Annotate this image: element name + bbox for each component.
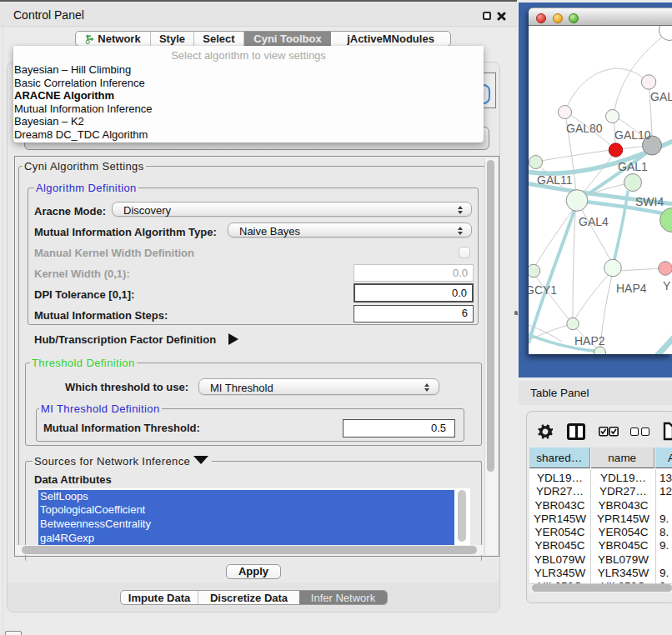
svg-text:GAL4: GAL4	[579, 215, 609, 228]
svg-text:GAL11: GAL11	[537, 173, 573, 187]
svg-text:Y: Y	[663, 279, 671, 292]
svg-text:GAL80: GAL80	[566, 122, 603, 135]
svg-text:HAP2: HAP2	[574, 334, 605, 348]
svg-text:GAL10: GAL10	[614, 128, 651, 142]
svg-text:GAL: GAL	[650, 90, 672, 103]
svg-text:GCY1: GCY1	[529, 283, 557, 297]
svg-text:SWI4: SWI4	[635, 195, 664, 208]
svg-text:GAL1: GAL1	[618, 160, 648, 173]
svg-text:HAP4: HAP4	[616, 282, 647, 295]
